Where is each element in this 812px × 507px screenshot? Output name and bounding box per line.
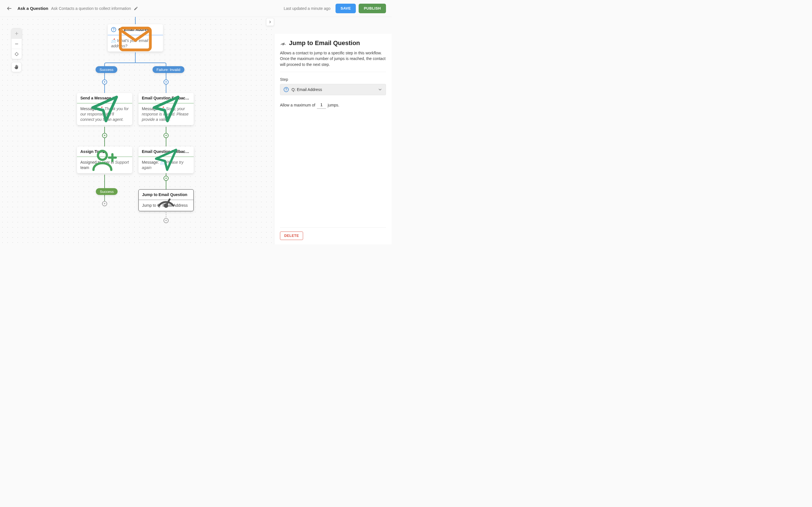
node-jump-email-question[interactable]: Jump to Email Question Jump to Q: Email …: [139, 189, 194, 211]
pan-button[interactable]: [11, 62, 21, 72]
node-body-team: Support: [115, 160, 129, 165]
branch-success-pill[interactable]: Success: [96, 66, 117, 73]
add-step-after-jump[interactable]: +: [163, 218, 168, 223]
step-label: Step: [280, 77, 386, 82]
back-button[interactable]: [6, 5, 13, 12]
node-assign-to-2[interactable]: Assign To #2 Assigned to user in Support…: [77, 147, 132, 173]
node-body-label: Message:: [142, 107, 160, 111]
inspector-panel: Jump to Email Question Allows a contact …: [274, 34, 392, 244]
crosshair-icon: [14, 52, 19, 56]
question-icon: ?: [284, 87, 289, 92]
app-header: Ask a Question Ask Contacts a question t…: [0, 0, 392, 17]
node-title: Jump to Email Question: [142, 192, 187, 197]
edit-title-button[interactable]: [134, 6, 138, 11]
hand-icon: [14, 64, 19, 69]
question-icon: ?: [111, 27, 116, 32]
panel-collapse-button[interactable]: [266, 18, 274, 26]
delete-button[interactable]: DELETE: [280, 231, 303, 240]
chevron-down-icon: [378, 87, 382, 92]
max-jumps-row: Allow a maximum of jumps.: [280, 101, 386, 109]
svg-point-4: [15, 53, 18, 55]
canvas-controls: [11, 28, 22, 72]
node-title: Q: Email Address: [118, 27, 151, 32]
add-step-end-success[interactable]: +: [102, 201, 107, 206]
zoom-group: [11, 28, 22, 59]
arrow-left-icon: [6, 6, 12, 11]
node-body-label: Message:: [142, 160, 160, 165]
minus-icon: [14, 42, 19, 46]
max-jumps-input[interactable]: [317, 101, 326, 109]
node-email-fallback-1[interactable]: Email Question Fallback … Message: 📩 Sor…: [139, 93, 194, 125]
node-title: Send a Message #3: [80, 96, 116, 100]
workflow-canvas[interactable]: ? Q: Email Address 📩 What's your email a…: [0, 17, 274, 244]
node-title: Email Question Fallback …: [142, 149, 190, 154]
last-updated-text: Last updated a minute ago: [284, 6, 331, 11]
node-send-message-3[interactable]: Send a Message #3 Message: 📩 Thank you f…: [77, 93, 132, 125]
panel-description: Allows a contact to jump to a specific s…: [280, 50, 386, 72]
pencil-icon: [134, 6, 138, 11]
step-select-value: Q: Email Address: [292, 87, 322, 92]
flow-layer: ? Q: Email Address 📩 What's your email a…: [0, 17, 274, 244]
add-step-success[interactable]: +: [102, 79, 107, 84]
chevron-right-icon: [268, 20, 272, 24]
node-body-suffix: team: [80, 165, 89, 170]
node-body-prefix: Assigned to user in: [80, 160, 115, 165]
zoom-out-button[interactable]: [11, 39, 22, 49]
save-button[interactable]: SAVE: [336, 4, 356, 13]
add-step-after-fallback1[interactable]: +: [163, 133, 168, 138]
publish-button[interactable]: PUBLISH: [359, 4, 386, 13]
branch-failure-pill[interactable]: Failure: Invalid: [153, 66, 185, 73]
zoom-in-button[interactable]: [11, 29, 22, 39]
node-email-question[interactable]: ? Q: Email Address 📩 What's your email a…: [108, 24, 163, 52]
page-title: Ask a Question: [17, 6, 48, 11]
panel-title: Jump to Email Question: [289, 40, 360, 47]
node-title: Assign To #2: [80, 149, 105, 154]
add-step-failure[interactable]: +: [163, 79, 168, 84]
max-jumps-prefix: Allow a maximum of: [280, 103, 315, 107]
svg-point-16: [283, 44, 284, 45]
node-title: Email Question Fallback …: [142, 96, 190, 100]
page-subtitle: Ask Contacts a question to collect infor…: [51, 6, 131, 11]
step-select[interactable]: ? Q: Email Address: [280, 84, 386, 95]
add-step-after-fallback2[interactable]: +: [163, 176, 168, 181]
branch-success-end[interactable]: Success: [96, 188, 117, 195]
plus-icon: [14, 31, 19, 36]
fit-button[interactable]: [11, 49, 22, 59]
add-step-after-send[interactable]: +: [102, 133, 107, 138]
node-email-fallback-2[interactable]: Email Question Fallback … Message: 📩 Ple…: [139, 147, 194, 173]
node-body-label: Message:: [80, 107, 99, 111]
node-body-text: Jump to Q: Email Address: [142, 203, 188, 208]
gauge-icon: [280, 40, 286, 46]
node-prompt-emoji: 📩: [111, 38, 117, 43]
max-jumps-suffix: jumps.: [327, 103, 339, 107]
